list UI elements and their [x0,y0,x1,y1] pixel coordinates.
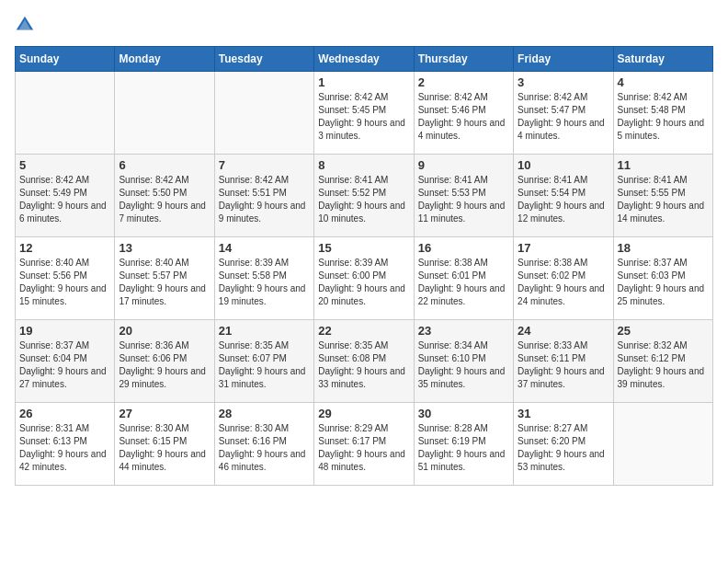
day-cell [214,72,313,155]
day-info: Sunrise: 8:35 AM Sunset: 6:07 PM Dayligh… [219,339,310,391]
day-number: 6 [119,158,210,172]
day-number: 20 [119,324,210,338]
day-info: Sunrise: 8:39 AM Sunset: 5:58 PM Dayligh… [219,257,310,308]
day-number: 30 [418,407,509,420]
day-cell [16,72,115,155]
day-info: Sunrise: 8:29 AM Sunset: 6:17 PM Dayligh… [318,422,409,474]
day-cell: 29Sunrise: 8:29 AM Sunset: 6:17 PM Dayli… [314,403,414,486]
day-cell: 9Sunrise: 8:41 AM Sunset: 5:53 PM Daylig… [414,155,513,237]
day-number: 8 [318,158,409,172]
day-info: Sunrise: 8:38 AM Sunset: 6:01 PM Dayligh… [418,257,509,308]
day-info: Sunrise: 8:38 AM Sunset: 6:02 PM Dayligh… [518,257,609,308]
day-cell [613,403,712,486]
weekday-header-thursday: Thursday [414,47,513,72]
day-number: 12 [19,241,110,255]
day-cell: 25Sunrise: 8:32 AM Sunset: 6:12 PM Dayli… [613,320,712,403]
week-row-1: 1Sunrise: 8:42 AM Sunset: 5:45 PM Daylig… [16,72,713,155]
day-info: Sunrise: 8:42 AM Sunset: 5:50 PM Dayligh… [119,174,210,225]
day-number: 22 [318,324,409,338]
day-info: Sunrise: 8:42 AM Sunset: 5:48 PM Dayligh… [618,91,709,143]
day-info: Sunrise: 8:28 AM Sunset: 6:19 PM Dayligh… [418,422,509,474]
day-info: Sunrise: 8:30 AM Sunset: 6:16 PM Dayligh… [219,422,310,474]
day-number: 26 [19,407,110,420]
day-cell: 14Sunrise: 8:39 AM Sunset: 5:58 PM Dayli… [214,237,313,320]
day-cell: 3Sunrise: 8:42 AM Sunset: 5:47 PM Daylig… [514,72,613,155]
day-info: Sunrise: 8:37 AM Sunset: 6:04 PM Dayligh… [19,339,110,391]
day-number: 4 [618,75,709,89]
day-info: Sunrise: 8:40 AM Sunset: 5:56 PM Dayligh… [19,257,110,308]
week-row-4: 19Sunrise: 8:37 AM Sunset: 6:04 PM Dayli… [16,320,713,403]
day-number: 25 [618,324,709,338]
logo-icon [15,15,35,35]
day-number: 17 [518,241,609,255]
day-number: 10 [518,158,609,172]
day-cell: 13Sunrise: 8:40 AM Sunset: 5:57 PM Dayli… [115,237,214,320]
day-info: Sunrise: 8:42 AM Sunset: 5:49 PM Dayligh… [19,174,110,225]
day-cell: 15Sunrise: 8:39 AM Sunset: 6:00 PM Dayli… [314,237,414,320]
day-cell: 24Sunrise: 8:33 AM Sunset: 6:11 PM Dayli… [514,320,613,403]
day-cell: 19Sunrise: 8:37 AM Sunset: 6:04 PM Dayli… [16,320,115,403]
day-cell: 26Sunrise: 8:31 AM Sunset: 6:13 PM Dayli… [16,403,115,486]
day-number: 5 [19,158,110,172]
weekday-header-row: SundayMondayTuesdayWednesdayThursdayFrid… [16,47,713,72]
day-cell: 20Sunrise: 8:36 AM Sunset: 6:06 PM Dayli… [115,320,214,403]
day-info: Sunrise: 8:34 AM Sunset: 6:10 PM Dayligh… [418,339,509,391]
day-number: 23 [418,324,509,338]
day-info: Sunrise: 8:27 AM Sunset: 6:20 PM Dayligh… [518,422,609,474]
day-info: Sunrise: 8:31 AM Sunset: 6:13 PM Dayligh… [19,422,110,474]
day-cell: 2Sunrise: 8:42 AM Sunset: 5:46 PM Daylig… [414,72,513,155]
day-cell: 1Sunrise: 8:42 AM Sunset: 5:45 PM Daylig… [314,72,414,155]
day-info: Sunrise: 8:40 AM Sunset: 5:57 PM Dayligh… [119,257,210,308]
day-cell: 11Sunrise: 8:41 AM Sunset: 5:55 PM Dayli… [613,155,712,237]
calendar-table: SundayMondayTuesdayWednesdayThursdayFrid… [15,46,713,486]
week-row-3: 12Sunrise: 8:40 AM Sunset: 5:56 PM Dayli… [16,237,713,320]
day-number: 13 [119,241,210,255]
day-info: Sunrise: 8:36 AM Sunset: 6:06 PM Dayligh… [119,339,210,391]
day-info: Sunrise: 8:39 AM Sunset: 6:00 PM Dayligh… [318,257,409,308]
day-cell: 4Sunrise: 8:42 AM Sunset: 5:48 PM Daylig… [613,72,712,155]
day-cell: 30Sunrise: 8:28 AM Sunset: 6:19 PM Dayli… [414,403,513,486]
day-number: 16 [418,241,509,255]
day-info: Sunrise: 8:42 AM Sunset: 5:46 PM Dayligh… [418,91,509,143]
logo [15,15,39,35]
day-cell: 27Sunrise: 8:30 AM Sunset: 6:15 PM Dayli… [115,403,214,486]
week-row-5: 26Sunrise: 8:31 AM Sunset: 6:13 PM Dayli… [16,403,713,486]
day-cell [115,72,214,155]
day-number: 27 [119,407,210,420]
day-number: 9 [418,158,509,172]
day-info: Sunrise: 8:41 AM Sunset: 5:53 PM Dayligh… [418,174,509,225]
day-cell: 8Sunrise: 8:41 AM Sunset: 5:52 PM Daylig… [314,155,414,237]
weekday-header-sunday: Sunday [16,47,115,72]
day-number: 15 [318,241,409,255]
day-cell: 17Sunrise: 8:38 AM Sunset: 6:02 PM Dayli… [514,237,613,320]
day-cell: 7Sunrise: 8:42 AM Sunset: 5:51 PM Daylig… [214,155,313,237]
day-cell: 21Sunrise: 8:35 AM Sunset: 6:07 PM Dayli… [214,320,313,403]
day-number: 29 [318,407,409,420]
weekday-header-tuesday: Tuesday [214,47,313,72]
day-info: Sunrise: 8:41 AM Sunset: 5:52 PM Dayligh… [318,174,409,225]
day-cell: 16Sunrise: 8:38 AM Sunset: 6:01 PM Dayli… [414,237,513,320]
day-info: Sunrise: 8:30 AM Sunset: 6:15 PM Dayligh… [119,422,210,474]
day-info: Sunrise: 8:42 AM Sunset: 5:45 PM Dayligh… [318,91,409,143]
day-number: 19 [19,324,110,338]
day-cell: 10Sunrise: 8:41 AM Sunset: 5:54 PM Dayli… [514,155,613,237]
day-info: Sunrise: 8:33 AM Sunset: 6:11 PM Dayligh… [518,339,609,391]
day-info: Sunrise: 8:37 AM Sunset: 6:03 PM Dayligh… [618,257,709,308]
day-number: 31 [518,407,609,420]
weekday-header-wednesday: Wednesday [314,47,414,72]
day-number: 3 [518,75,609,89]
day-number: 18 [618,241,709,255]
day-cell: 22Sunrise: 8:35 AM Sunset: 6:08 PM Dayli… [314,320,414,403]
day-number: 21 [219,324,310,338]
day-number: 7 [219,158,310,172]
day-cell: 31Sunrise: 8:27 AM Sunset: 6:20 PM Dayli… [514,403,613,486]
day-number: 1 [318,75,409,89]
day-cell: 12Sunrise: 8:40 AM Sunset: 5:56 PM Dayli… [16,237,115,320]
weekday-header-saturday: Saturday [613,47,712,72]
day-cell: 5Sunrise: 8:42 AM Sunset: 5:49 PM Daylig… [16,155,115,237]
day-info: Sunrise: 8:41 AM Sunset: 5:55 PM Dayligh… [618,174,709,225]
day-number: 24 [518,324,609,338]
day-number: 28 [219,407,310,420]
day-cell: 23Sunrise: 8:34 AM Sunset: 6:10 PM Dayli… [414,320,513,403]
day-number: 14 [219,241,310,255]
